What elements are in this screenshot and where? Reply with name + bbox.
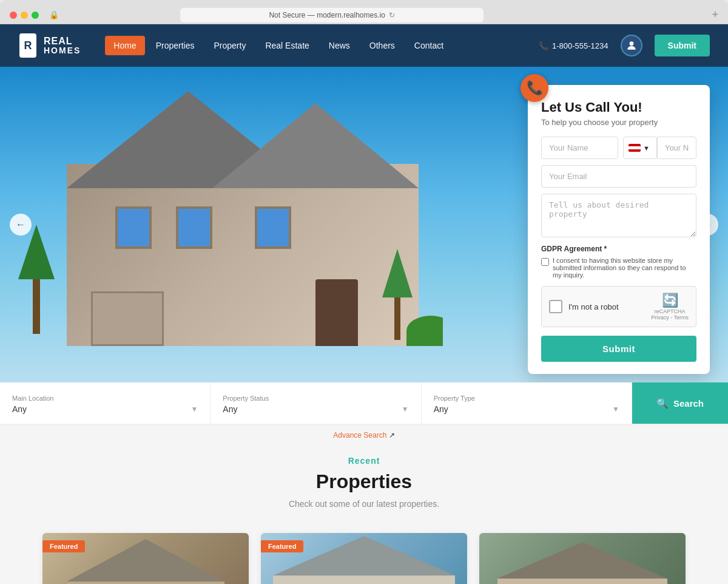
svg-marker-4: [67, 539, 224, 582]
search-bar: Main Location Any ▼ Property Status Any …: [0, 382, 728, 426]
svg-text:R: R: [24, 39, 32, 52]
property-image-1: Featured: [42, 533, 249, 584]
location-field[interactable]: Main Location Any ▼: [0, 382, 211, 424]
gdpr-label: GDPR Agreement *: [541, 245, 696, 253]
properties-grid: Featured Featured: [24, 533, 704, 584]
nav-news[interactable]: News: [320, 36, 359, 55]
maximize-button[interactable]: [32, 12, 39, 19]
recent-properties-section: Recent Properties Check out some of our …: [0, 426, 728, 584]
svg-rect-3: [67, 582, 224, 584]
property-card-2[interactable]: Featured: [261, 533, 467, 584]
phone-input[interactable]: [657, 137, 696, 159]
lock-icon: 🔒: [45, 10, 63, 19]
reload-icon[interactable]: ↻: [389, 11, 395, 19]
property-card-1[interactable]: Featured: [42, 533, 249, 584]
logo[interactable]: R REAL HOMES: [18, 32, 81, 59]
svg-rect-18: [497, 579, 667, 584]
prev-icon: ←: [16, 219, 25, 230]
close-button[interactable]: [10, 12, 17, 19]
type-chevron-icon: ▼: [612, 405, 619, 413]
message-textarea[interactable]: [541, 194, 696, 237]
nav-real-estate[interactable]: Real Estate: [257, 36, 317, 55]
flag-icon: [629, 144, 641, 152]
nav-links: Home Properties Property Real Estate New…: [105, 36, 527, 55]
minimize-button[interactable]: [21, 12, 28, 19]
property-card-3[interactable]: [479, 533, 686, 584]
email-input[interactable]: [541, 165, 696, 188]
recaptcha-brand: reCAPTCHA: [651, 308, 689, 314]
property-image-2: Featured: [261, 533, 467, 584]
logo-homes: HOMES: [44, 46, 81, 55]
url-text: Not Secure — modern.realhomes.io: [269, 11, 385, 19]
search-button[interactable]: 🔍 Search: [632, 382, 728, 424]
search-icon: 🔍: [656, 398, 669, 409]
hero-section: ← → 📞 Let Us Call You! To help you choos…: [0, 67, 728, 382]
call-icon: 📞: [521, 74, 548, 102]
slider-prev-button[interactable]: ←: [10, 214, 32, 236]
svg-marker-11: [273, 536, 455, 576]
call-form-card: 📞 Let Us Call You! To help you choose yo…: [528, 85, 710, 374]
hero-house-scene: [18, 91, 443, 346]
svg-point-2: [629, 41, 633, 46]
search-label: Search: [673, 398, 704, 409]
new-tab-button[interactable]: +: [712, 8, 718, 21]
gdpr-agreement: I consent to having this website store m…: [541, 257, 696, 279]
recaptcha-logo-icon: 🔄: [651, 293, 689, 308]
address-bar[interactable]: Not Secure — modern.realhomes.io ↻: [180, 8, 484, 22]
svg-marker-19: [497, 542, 667, 579]
gdpr-checkbox[interactable]: [541, 258, 549, 266]
nav-submit-button[interactable]: Submit: [655, 35, 710, 56]
recaptcha-checkbox[interactable]: [549, 300, 562, 313]
recent-title: Properties: [24, 470, 704, 493]
property-image-3: [479, 533, 686, 584]
advance-search-label: Advance Search: [333, 431, 386, 440]
user-avatar[interactable]: [621, 35, 642, 56]
svg-rect-10: [273, 576, 455, 584]
nav-contact[interactable]: Contact: [406, 36, 452, 55]
nav-property[interactable]: Property: [206, 36, 255, 55]
location-chevron-icon: ▼: [190, 405, 198, 413]
nav-others[interactable]: Others: [361, 36, 403, 55]
call-form-subtitle: To help you choose your property: [541, 118, 696, 127]
recaptcha-links: Privacy - Terms: [651, 314, 689, 321]
status-chevron-icon: ▼: [402, 405, 409, 413]
phone-number: 1-800-555-1234: [552, 41, 608, 50]
type-value: Any: [434, 404, 448, 414]
phone-icon: 📞: [539, 41, 548, 50]
logo-real: REAL: [44, 36, 81, 47]
logo-icon: R: [18, 32, 38, 59]
location-value: Any: [12, 404, 27, 414]
call-form-title: Let Us Call You!: [541, 100, 696, 115]
name-input[interactable]: [541, 137, 618, 159]
browser-chrome: 🔒 Not Secure — modern.realhomes.io ↻ +: [0, 0, 728, 24]
country-code-select[interactable]: ▼: [623, 137, 657, 159]
recent-eyebrow: Recent: [24, 456, 704, 466]
navbar: R REAL HOMES Home Properties Property Re…: [0, 24, 728, 67]
nav-home[interactable]: Home: [105, 36, 144, 55]
form-submit-button[interactable]: Submit: [541, 336, 696, 362]
type-field[interactable]: Property Type Any ▼: [422, 382, 632, 424]
gdpr-text-content: I consent to having this website store m…: [553, 257, 696, 279]
status-field[interactable]: Property Status Any ▼: [211, 382, 421, 424]
status-value: Any: [223, 404, 237, 414]
recent-subtitle: Check out some of our latest properties.: [24, 499, 704, 509]
traffic-lights: [10, 12, 39, 19]
status-label: Property Status: [223, 395, 408, 402]
nav-properties[interactable]: Properties: [147, 36, 203, 55]
location-label: Main Location: [12, 395, 198, 402]
nav-phone: 📞 1-800-555-1234: [539, 41, 608, 50]
recaptcha-widget[interactable]: I'm not a robot 🔄 reCAPTCHA Privacy - Te…: [541, 286, 696, 327]
advance-search-link[interactable]: Advance Search ↗: [333, 431, 394, 440]
type-label: Property Type: [434, 395, 619, 402]
recaptcha-label: I'm not a robot: [568, 302, 619, 311]
